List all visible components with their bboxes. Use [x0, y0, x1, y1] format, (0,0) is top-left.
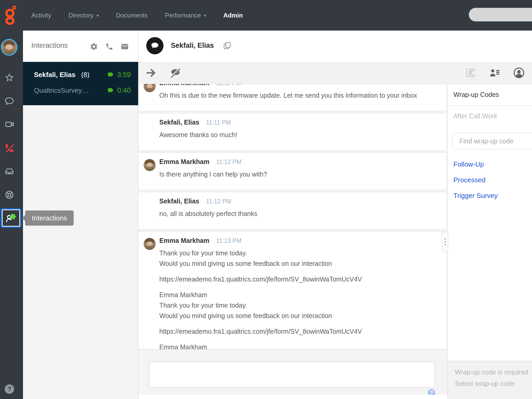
- message-author: Emma Markham: [159, 237, 209, 244]
- message-timestamp: 11:12 PM: [206, 198, 231, 205]
- wrapup-select-text: Select wrap-up code: [455, 378, 532, 389]
- paragraph-gap: [159, 337, 435, 342]
- wrapup-code-processed[interactable]: Processed: [453, 175, 498, 185]
- agent-avatar: [144, 84, 156, 92]
- support-target-icon[interactable]: [4, 190, 15, 200]
- nav-item-admin[interactable]: Admin: [223, 12, 243, 19]
- chat-toolbar: [138, 62, 532, 84]
- wrapup-required-text: Wrap-up code is required: [455, 366, 532, 378]
- message-timestamp: 11:11 PM: [206, 119, 231, 126]
- message-text-line: no, all is absolutely perfect thanks: [159, 208, 435, 219]
- message-text-line: Awesome thanks so much!: [159, 130, 435, 140]
- interaction-subtitle: QualtricsSurvey…: [34, 86, 89, 95]
- compose-bottom-strip: [138, 395, 447, 399]
- chat-message: Emma Markham 11:12 PM Is there anything …: [138, 152, 446, 190]
- message-timestamp: 11:11 PM: [216, 84, 241, 87]
- paragraph-gap: [159, 284, 435, 290]
- chat-contact-name: Sekfali, Elias: [171, 42, 214, 50]
- message-text-line: https://emeademo.fra1.qualtrics.com/jfe/…: [159, 326, 435, 337]
- nav-item-label: Admin: [223, 12, 243, 19]
- interaction-segment-time: 0:40: [117, 86, 131, 95]
- wrapup-panel: Wrap-up Codes After Call Work Follow-UpP…: [447, 84, 532, 399]
- agent-avatar: [144, 238, 156, 250]
- message-body: Thank you for your time today.Would you …: [159, 248, 435, 349]
- chat-message: Emma Markham 11:11 PM Oh this is due to …: [138, 84, 446, 111]
- interactions-panel-title: Interactions: [31, 42, 68, 50]
- message-text-line: https://emeademo.fra1.qualtrics.com/jfe/…: [159, 274, 435, 284]
- message-timestamp: 11:12 PM: [216, 159, 242, 166]
- chat-bubble-icon: [107, 87, 114, 94]
- chat-message: Sekfali, Elias 11:12 PM no, all is absol…: [138, 192, 446, 230]
- wrapup-subtitle: After Call Work: [453, 112, 497, 120]
- script-icon[interactable]: [465, 67, 477, 79]
- chevron-down-icon: ▾: [97, 14, 99, 18]
- settings-gear-icon[interactable]: [90, 43, 98, 52]
- nav-item-performance[interactable]: Performance▾: [165, 12, 206, 19]
- message-body: Awesome thanks so much!: [159, 130, 435, 140]
- nav-item-label: Directory: [68, 12, 93, 19]
- roster-person-list-icon[interactable]: [489, 67, 501, 79]
- message-text-line: Emma Markham: [159, 342, 435, 349]
- main-nav: ActivityDirectory▾DocumentsPerformance▾A…: [31, 0, 243, 31]
- phone-dnd-icon[interactable]: [4, 143, 15, 153]
- phone-icon[interactable]: [105, 43, 113, 52]
- compose-area: ?: [138, 349, 447, 399]
- message-text-line: Thank you for your time today.: [159, 300, 435, 310]
- message-author: Emma Markham: [159, 158, 209, 166]
- chat-message: Sekfali, Elias 11:11 PM Awesome thanks s…: [138, 113, 446, 151]
- message-text-line: Would you mind giving us some feedback o…: [159, 258, 435, 269]
- message-text-line: Is there anything I can help you with?: [159, 169, 435, 179]
- wrapup-code-list: Follow-UpProcessedTrigger Survey: [453, 159, 498, 201]
- chat-message-list[interactable]: Emma Markham 11:11 PM Oh this is due to …: [138, 84, 446, 349]
- paragraph-gap: [159, 269, 435, 274]
- profile-person-circle-icon[interactable]: [513, 67, 525, 79]
- transfer-arrow-icon[interactable]: [145, 67, 157, 79]
- message-body: Is there anything I can help you with?: [159, 169, 435, 179]
- interaction-list-item-selected[interactable]: Sekfali, Elias (8) 3:59 QualtricsSurvey……: [23, 62, 138, 105]
- reply-input[interactable]: [149, 361, 435, 388]
- nav-item-label: Performance: [165, 12, 201, 19]
- chat-bubble-icon: [107, 71, 114, 78]
- app-root: ActivityDirectory▾DocumentsPerformance▾A…: [0, 0, 532, 399]
- message-text-line: Thank you for your time today.: [159, 248, 435, 258]
- left-icon-rail: ?: [0, 31, 23, 399]
- interaction-unread-count: (8): [81, 71, 90, 79]
- interactions-icon: [5, 212, 17, 224]
- wrapup-title: Wrap-up Codes: [453, 91, 499, 98]
- message-text-line: Oh this is due to the new firmware updat…: [159, 90, 435, 101]
- user-avatar[interactable]: [1, 39, 17, 56]
- message-author: Sekfali, Elias: [159, 119, 199, 126]
- message-author: Emma Markham: [159, 84, 209, 87]
- message-timestamp: 11:13 PM: [216, 237, 242, 244]
- nav-item-activity[interactable]: Activity: [31, 12, 51, 19]
- inbox-icon[interactable]: [4, 166, 15, 177]
- message-text-line: Emma Markham: [159, 290, 435, 300]
- wrapup-search-input[interactable]: [452, 133, 532, 149]
- wrapup-code-trigger-survey[interactable]: Trigger Survey: [453, 191, 498, 201]
- panel-resize-handle[interactable]: [442, 232, 448, 252]
- interactions-rail-item[interactable]: [1, 208, 21, 228]
- nav-item-directory[interactable]: Directory▾: [68, 12, 99, 19]
- nav-item-documents[interactable]: Documents: [116, 12, 148, 19]
- message-author: Sekfali, Elias: [159, 197, 199, 205]
- nav-item-label: Documents: [116, 12, 148, 19]
- genesys-logo-icon[interactable]: [4, 4, 17, 27]
- copy-icon[interactable]: [223, 41, 232, 51]
- envelope-icon[interactable]: [121, 43, 129, 52]
- chat-icon[interactable]: [4, 96, 15, 106]
- divider: [448, 105, 532, 106]
- interaction-contact-name: Sekfali, Elias: [34, 71, 75, 79]
- chevron-down-icon: ▾: [204, 14, 206, 18]
- video-icon[interactable]: [4, 119, 15, 130]
- search-box[interactable]: [469, 8, 532, 21]
- chat-message: Emma Markham 11:13 PM Thank you for your…: [138, 231, 446, 349]
- wrapup-code-follow-up[interactable]: Follow-Up: [453, 159, 498, 169]
- contact-avatar: [146, 37, 163, 54]
- message-text-line: Would you mind giving us some feedback o…: [159, 310, 435, 321]
- favorites-star-icon[interactable]: [4, 72, 15, 83]
- end-chat-icon[interactable]: [170, 67, 181, 79]
- chat-header: Sekfali, Elias: [138, 31, 532, 62]
- interactions-tooltip: Interactions: [25, 210, 74, 226]
- help-icon[interactable]: ?: [5, 384, 14, 394]
- nav-item-label: Activity: [31, 12, 51, 19]
